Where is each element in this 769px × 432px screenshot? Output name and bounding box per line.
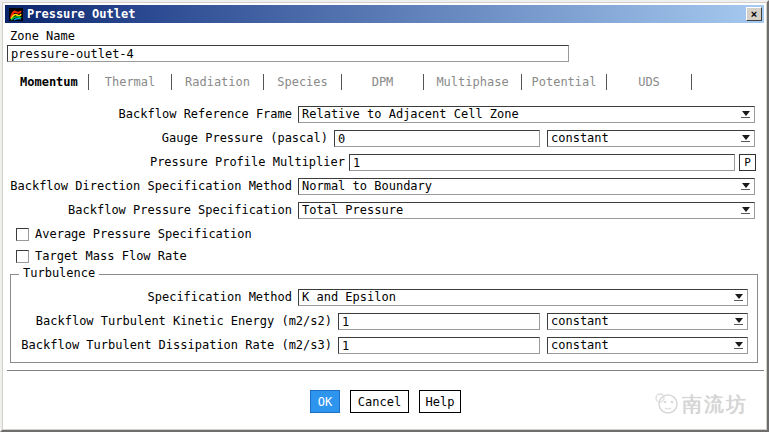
chevron-down-icon xyxy=(734,318,743,325)
tab-uds[interactable]: UDS xyxy=(607,74,692,90)
tab-potential[interactable]: Potential xyxy=(522,74,607,90)
watermark: 南流坊 xyxy=(652,389,748,420)
gauge-pressure-profile-dropdown[interactable]: constant xyxy=(547,130,755,147)
turb-dissipation-rate-profile-value: constant xyxy=(551,338,734,353)
tab-dpm[interactable]: DPM xyxy=(342,74,424,90)
tab-thermal[interactable]: Thermal xyxy=(89,74,172,90)
backflow-reference-frame-dropdown[interactable]: Relative to Adjacent Cell Zone xyxy=(298,106,755,123)
profile-editor-button[interactable]: P xyxy=(739,154,756,171)
gauge-pressure-profile-value: constant xyxy=(551,131,741,146)
backflow-pressure-spec-value: Total Pressure xyxy=(302,203,741,218)
turb-dissipation-rate-profile-dropdown[interactable]: constant xyxy=(547,337,748,354)
zone-name-label: Zone Name xyxy=(10,28,75,45)
turb-dissipation-rate-input[interactable] xyxy=(338,337,540,354)
target-mass-flow-rate-label: Target Mass Flow Rate xyxy=(35,249,187,264)
watermark-text: 南流坊 xyxy=(682,391,748,418)
average-pressure-spec-checkbox[interactable] xyxy=(16,228,29,241)
turbulence-group-title: Turbulence xyxy=(19,266,99,281)
titlebar[interactable]: Pressure Outlet × xyxy=(5,5,764,23)
pressure-outlet-dialog: Pressure Outlet × Zone Name Momentum The… xyxy=(0,0,769,432)
chevron-down-icon xyxy=(741,135,750,142)
close-icon: × xyxy=(751,9,757,20)
tab-radiation[interactable]: Radiation xyxy=(172,74,264,90)
fluent-app-icon xyxy=(9,8,23,21)
turb-kinetic-energy-profile-value: constant xyxy=(551,314,734,329)
chevron-down-icon xyxy=(734,294,743,301)
tab-momentum[interactable]: Momentum xyxy=(20,74,89,90)
average-pressure-spec-label: Average Pressure Specification xyxy=(35,227,252,242)
turb-specification-method-dropdown[interactable]: K and Epsilon xyxy=(298,289,748,306)
chevron-down-icon xyxy=(741,111,750,118)
tab-multiphase[interactable]: Multiphase xyxy=(424,74,522,90)
backflow-direction-method-value: Normal to Boundary xyxy=(302,179,741,194)
backflow-pressure-spec-label: Backflow Pressure Specification xyxy=(2,202,292,219)
help-button[interactable]: Help xyxy=(419,390,461,413)
backflow-reference-frame-value: Relative to Adjacent Cell Zone xyxy=(302,107,741,122)
gauge-pressure-input[interactable] xyxy=(334,130,540,147)
pressure-profile-multiplier-input[interactable] xyxy=(349,154,735,171)
backflow-direction-method-label: Backflow Direction Specification Method xyxy=(2,178,292,195)
turb-dissipation-rate-label: Backflow Turbulent Dissipation Rate (m2/… xyxy=(2,337,332,354)
target-mass-flow-rate-checkbox[interactable] xyxy=(16,250,29,263)
turb-specification-method-label: Specification Method xyxy=(2,289,292,306)
window-title: Pressure Outlet xyxy=(27,7,135,21)
chevron-down-icon xyxy=(734,342,743,349)
close-button[interactable]: × xyxy=(746,7,762,21)
chevron-down-icon xyxy=(741,183,750,190)
zone-name-input[interactable] xyxy=(7,45,569,62)
ok-button[interactable]: OK xyxy=(310,390,340,413)
tab-bar: Momentum Thermal Radiation Species DPM M… xyxy=(20,74,692,92)
turb-kinetic-energy-label: Backflow Turbulent Kinetic Energy (m2/s2… xyxy=(2,313,332,330)
backflow-direction-method-dropdown[interactable]: Normal to Boundary xyxy=(298,178,755,195)
bottom-separator xyxy=(7,370,764,372)
watermark-logo xyxy=(652,389,682,420)
turb-kinetic-energy-input[interactable] xyxy=(338,313,540,330)
turb-kinetic-energy-profile-dropdown[interactable]: constant xyxy=(547,313,748,330)
gauge-pressure-label: Gauge Pressure (pascal) xyxy=(2,130,328,147)
turb-specification-method-value: K and Epsilon xyxy=(302,290,734,305)
pressure-profile-multiplier-label: Pressure Profile Multiplier xyxy=(2,154,345,171)
backflow-reference-frame-label: Backflow Reference Frame xyxy=(2,106,292,123)
chevron-down-icon xyxy=(741,207,750,214)
tab-species[interactable]: Species xyxy=(264,74,342,90)
backflow-pressure-spec-dropdown[interactable]: Total Pressure xyxy=(298,202,755,219)
cancel-button[interactable]: Cancel xyxy=(350,390,409,413)
